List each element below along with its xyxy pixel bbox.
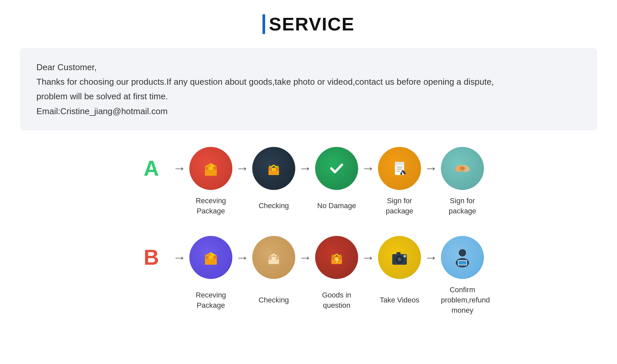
flow-row-a-icons: A → → [20,147,597,190]
arrow-icon: → [173,161,186,176]
arrow-icon: → [299,250,312,265]
info-line4: Email:Cristine_jiang@hotmail.com [36,104,581,118]
icon-sign-package-a2 [441,147,484,190]
arrow-icon: → [236,161,249,176]
flow-section-b: B → → → [20,236,597,315]
label-receiving-b: Receving Package [189,290,232,311]
svg-rect-45 [397,252,401,255]
info-line2: Thanks for choosing our products.If any … [36,74,581,89]
arrow-icon: → [424,161,438,176]
label-take-videos-b: Take Videos [378,295,421,305]
flow-labels-b: Receving Package Checking Goods in quest… [20,285,597,315]
label-sign2-a: Sign for package [441,196,484,216]
icon-take-videos-b [378,236,421,279]
svg-point-21 [460,166,465,170]
label-goods-question-b: Goods in question [315,290,358,311]
letter-a: A [144,157,159,180]
letter-b: B [144,246,159,269]
svg-point-47 [459,249,466,256]
svg-marker-26 [205,253,211,256]
arrow-icon: → [299,161,312,176]
arrow-icon: → [173,250,186,265]
flow-labels-a: Receving Package Checking No Damage Sign… [20,196,597,216]
icon-checking-a [252,147,295,190]
icon-receiving-package-a [189,147,232,190]
flow-section-a: A → → [20,147,597,216]
label-checking-b: Checking [252,295,295,305]
svg-text:?: ? [335,258,338,264]
svg-point-44 [398,258,400,259]
icon-goods-question-b: ? [315,236,358,279]
arrow-icon: → [361,250,375,265]
svg-point-43 [398,258,401,261]
arrow-icon: → [424,250,438,265]
page-title: SERVICE [262,13,355,35]
info-line1: Dear Customer, [36,60,581,74]
svg-point-46 [403,255,406,257]
icon-checking-b [252,236,295,279]
icon-receiving-package-b [189,236,232,279]
svg-rect-29 [272,257,276,260]
info-line3: problem will be solved at first time. [36,89,581,104]
arrow-icon: → [236,250,249,265]
svg-marker-4 [205,164,211,167]
svg-rect-7 [272,168,276,171]
icon-no-damage-a [315,147,358,190]
svg-rect-50 [458,261,466,265]
info-box: Dear Customer, Thanks for choosing our p… [20,48,597,130]
label-sign1-a: Sign for package [378,196,421,216]
label-nodamage-a: No Damage [315,201,358,211]
label-checking-a: Checking [252,201,295,211]
title-text: SERVICE [269,13,355,35]
label-receiving-a: Receving Package [189,196,232,216]
title-accent-bar [262,14,265,34]
svg-rect-13 [395,162,404,165]
icon-confirm-refund-b [441,236,484,279]
icon-sign-package-a1 [378,147,421,190]
label-confirm-refund-b: Confirm problem,refund money [441,285,484,315]
flow-row-b-icons: B → → → [20,236,597,279]
arrow-icon: → [361,161,375,176]
